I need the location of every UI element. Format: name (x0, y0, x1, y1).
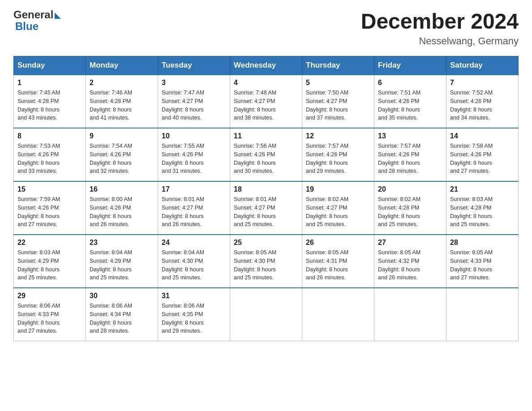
calendar-week-4: 22 Sunrise: 8:03 AM Sunset: 4:29 PM Dayl… (14, 235, 519, 288)
day-number: 24 (162, 239, 226, 247)
calendar-table: Sunday Monday Tuesday Wednesday Thursday… (13, 56, 519, 341)
day-info: Sunrise: 8:04 AM Sunset: 4:29 PM Dayligh… (90, 248, 154, 282)
day-info: Sunrise: 7:56 AM Sunset: 4:26 PM Dayligh… (234, 142, 298, 176)
day-info: Sunrise: 8:01 AM Sunset: 4:27 PM Dayligh… (234, 195, 298, 229)
calendar-cell (374, 288, 446, 341)
day-info: Sunrise: 8:06 AM Sunset: 4:34 PM Dayligh… (90, 302, 154, 335)
calendar-week-1: 1 Sunrise: 7:45 AM Sunset: 4:28 PM Dayli… (14, 75, 519, 128)
calendar-cell: 23 Sunrise: 8:04 AM Sunset: 4:29 PM Dayl… (86, 235, 158, 288)
day-number: 23 (90, 239, 154, 247)
day-info: Sunrise: 7:45 AM Sunset: 4:28 PM Dayligh… (17, 89, 82, 122)
calendar-cell: 18 Sunrise: 8:01 AM Sunset: 4:27 PM Dayl… (230, 181, 302, 235)
calendar-cell (230, 288, 302, 341)
day-number: 16 (90, 185, 154, 193)
calendar-cell: 17 Sunrise: 8:01 AM Sunset: 4:27 PM Dayl… (158, 181, 230, 235)
day-number: 14 (450, 132, 515, 140)
day-number: 29 (17, 292, 82, 300)
day-info: Sunrise: 8:03 AM Sunset: 4:29 PM Dayligh… (17, 248, 82, 282)
day-info: Sunrise: 7:54 AM Sunset: 4:26 PM Dayligh… (90, 142, 154, 176)
day-number: 8 (17, 132, 82, 140)
day-number: 1 (17, 79, 82, 87)
day-number: 25 (234, 239, 298, 247)
day-number: 31 (162, 292, 226, 300)
calendar-cell: 25 Sunrise: 8:05 AM Sunset: 4:30 PM Dayl… (230, 235, 302, 288)
day-number: 13 (378, 132, 442, 140)
calendar-header-row: Sunday Monday Tuesday Wednesday Thursday… (14, 56, 519, 75)
calendar-cell: 31 Sunrise: 8:06 AM Sunset: 4:35 PM Dayl… (158, 288, 230, 341)
day-number: 28 (450, 239, 515, 247)
calendar-week-2: 8 Sunrise: 7:53 AM Sunset: 4:26 PM Dayli… (14, 128, 519, 181)
col-header-sunday: Sunday (14, 56, 86, 75)
calendar-cell: 20 Sunrise: 8:02 AM Sunset: 4:28 PM Dayl… (374, 181, 446, 235)
calendar-cell: 8 Sunrise: 7:53 AM Sunset: 4:26 PM Dayli… (14, 128, 86, 181)
day-info: Sunrise: 7:48 AM Sunset: 4:27 PM Dayligh… (234, 89, 298, 122)
main-title: December 2024 (361, 9, 519, 34)
day-number: 3 (162, 79, 226, 87)
calendar-cell: 29 Sunrise: 8:06 AM Sunset: 4:33 PM Dayl… (14, 288, 86, 341)
calendar-cell: 27 Sunrise: 8:05 AM Sunset: 4:32 PM Dayl… (374, 235, 446, 288)
day-info: Sunrise: 8:04 AM Sunset: 4:30 PM Dayligh… (162, 248, 226, 282)
calendar-cell: 24 Sunrise: 8:04 AM Sunset: 4:30 PM Dayl… (158, 235, 230, 288)
calendar-cell: 10 Sunrise: 7:55 AM Sunset: 4:26 PM Dayl… (158, 128, 230, 181)
logo-general: General (13, 9, 61, 21)
day-number: 12 (306, 132, 370, 140)
col-header-monday: Monday (86, 56, 158, 75)
calendar-cell: 26 Sunrise: 8:05 AM Sunset: 4:31 PM Dayl… (302, 235, 374, 288)
calendar-cell: 28 Sunrise: 8:05 AM Sunset: 4:33 PM Dayl… (446, 235, 519, 288)
calendar-cell: 21 Sunrise: 8:03 AM Sunset: 4:28 PM Dayl… (446, 181, 519, 235)
calendar-cell: 4 Sunrise: 7:48 AM Sunset: 4:27 PM Dayli… (230, 75, 302, 128)
day-info: Sunrise: 8:06 AM Sunset: 4:33 PM Dayligh… (17, 302, 82, 335)
day-info: Sunrise: 8:01 AM Sunset: 4:27 PM Dayligh… (162, 195, 226, 229)
calendar-cell: 16 Sunrise: 8:00 AM Sunset: 4:26 PM Dayl… (86, 181, 158, 235)
calendar-cell: 2 Sunrise: 7:46 AM Sunset: 4:28 PM Dayli… (86, 75, 158, 128)
day-info: Sunrise: 7:59 AM Sunset: 4:26 PM Dayligh… (17, 195, 82, 229)
calendar-cell: 14 Sunrise: 7:58 AM Sunset: 4:26 PM Dayl… (446, 128, 519, 181)
day-info: Sunrise: 7:47 AM Sunset: 4:27 PM Dayligh… (162, 89, 226, 122)
calendar-cell: 5 Sunrise: 7:50 AM Sunset: 4:27 PM Dayli… (302, 75, 374, 128)
day-info: Sunrise: 8:00 AM Sunset: 4:26 PM Dayligh… (90, 195, 154, 229)
subtitle: Nesselwang, Germany (361, 35, 519, 47)
day-info: Sunrise: 7:58 AM Sunset: 4:26 PM Dayligh… (450, 142, 515, 176)
day-number: 21 (450, 185, 515, 193)
day-number: 11 (234, 132, 298, 140)
calendar-cell: 15 Sunrise: 7:59 AM Sunset: 4:26 PM Dayl… (14, 181, 86, 235)
calendar-week-5: 29 Sunrise: 8:06 AM Sunset: 4:33 PM Dayl… (14, 288, 519, 341)
day-number: 27 (378, 239, 442, 247)
day-info: Sunrise: 7:52 AM Sunset: 4:26 PM Dayligh… (450, 89, 515, 122)
day-info: Sunrise: 7:51 AM Sunset: 4:26 PM Dayligh… (378, 89, 442, 122)
calendar-cell: 12 Sunrise: 7:57 AM Sunset: 4:26 PM Dayl… (302, 128, 374, 181)
calendar-cell: 6 Sunrise: 7:51 AM Sunset: 4:26 PM Dayli… (374, 75, 446, 128)
page-header: General Blue December 2024 Nesselwang, G… (13, 9, 519, 47)
day-info: Sunrise: 8:05 AM Sunset: 4:32 PM Dayligh… (378, 248, 442, 282)
day-info: Sunrise: 7:53 AM Sunset: 4:26 PM Dayligh… (17, 142, 82, 176)
day-number: 2 (90, 79, 154, 87)
day-number: 5 (306, 79, 370, 87)
col-header-wednesday: Wednesday (230, 56, 302, 75)
calendar-cell: 7 Sunrise: 7:52 AM Sunset: 4:26 PM Dayli… (446, 75, 519, 128)
day-number: 26 (306, 239, 370, 247)
calendar-cell (446, 288, 519, 341)
day-info: Sunrise: 8:05 AM Sunset: 4:31 PM Dayligh… (306, 248, 370, 282)
day-number: 18 (234, 185, 298, 193)
col-header-friday: Friday (374, 56, 446, 75)
day-info: Sunrise: 7:55 AM Sunset: 4:26 PM Dayligh… (162, 142, 226, 176)
day-info: Sunrise: 8:05 AM Sunset: 4:33 PM Dayligh… (450, 248, 515, 282)
calendar-week-3: 15 Sunrise: 7:59 AM Sunset: 4:26 PM Dayl… (14, 181, 519, 235)
day-info: Sunrise: 8:02 AM Sunset: 4:28 PM Dayligh… (378, 195, 442, 229)
day-info: Sunrise: 8:02 AM Sunset: 4:27 PM Dayligh… (306, 195, 370, 229)
calendar-cell: 1 Sunrise: 7:45 AM Sunset: 4:28 PM Dayli… (14, 75, 86, 128)
day-info: Sunrise: 7:50 AM Sunset: 4:27 PM Dayligh… (306, 89, 370, 122)
calendar-cell: 22 Sunrise: 8:03 AM Sunset: 4:29 PM Dayl… (14, 235, 86, 288)
day-number: 7 (450, 79, 515, 87)
calendar-cell: 9 Sunrise: 7:54 AM Sunset: 4:26 PM Dayli… (86, 128, 158, 181)
col-header-tuesday: Tuesday (158, 56, 230, 75)
day-number: 19 (306, 185, 370, 193)
logo: General Blue (13, 9, 61, 33)
calendar-cell: 11 Sunrise: 7:56 AM Sunset: 4:26 PM Dayl… (230, 128, 302, 181)
day-number: 30 (90, 292, 154, 300)
calendar-cell (302, 288, 374, 341)
day-number: 22 (17, 239, 82, 247)
col-header-saturday: Saturday (446, 56, 519, 75)
title-block: December 2024 Nesselwang, Germany (361, 9, 519, 47)
day-info: Sunrise: 8:05 AM Sunset: 4:30 PM Dayligh… (234, 248, 298, 282)
